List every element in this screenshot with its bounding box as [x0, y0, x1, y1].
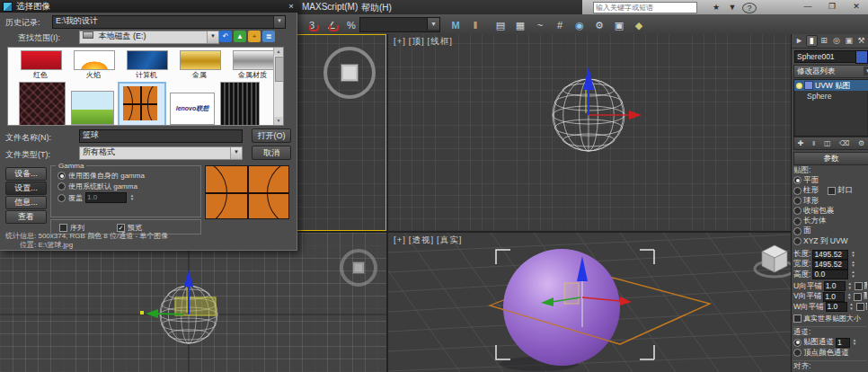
width-spinner[interactable]: ▲▼: [850, 261, 855, 269]
mapping-option-spherical[interactable]: 球形: [793, 196, 867, 206]
viewport-menu-shading[interactable]: [真实]: [437, 235, 462, 244]
make-unique-icon[interactable]: ◫: [824, 139, 831, 147]
show-end-result-icon[interactable]: ‖: [812, 139, 815, 147]
named-selection-set-dropdown[interactable]: ▼: [359, 17, 440, 32]
favorites-icon[interactable]: ★: [710, 2, 722, 13]
viewcube-face[interactable]: [341, 64, 359, 82]
help-icon[interactable]: ?: [742, 3, 757, 13]
width-field[interactable]: 1495.52: [812, 260, 848, 270]
back-icon[interactable]: ↶: [219, 31, 232, 42]
cancel-button[interactable]: 取消: [252, 146, 291, 160]
view-menu-icon[interactable]: ≣: [262, 31, 275, 42]
lookin-dropdown[interactable]: 本地磁盘 (E:) ▼: [79, 31, 219, 44]
cap-checkbox[interactable]: [828, 187, 836, 195]
object-color-swatch[interactable]: [855, 50, 868, 64]
thumbnail-red[interactable]: [21, 50, 62, 70]
stack-item-sphere[interactable]: Sphere: [794, 91, 868, 102]
basketball-texture[interactable]: [123, 86, 157, 120]
viewcube-perspective[interactable]: [755, 245, 791, 277]
radio-icon[interactable]: [58, 194, 66, 202]
viewport-front[interactable]: [0, 233, 386, 372]
dropdown-arrow-icon[interactable]: ▼: [864, 66, 868, 75]
graphite-ribbon-button[interactable]: ▦: [510, 16, 530, 34]
layer-manager-button[interactable]: ▤: [491, 16, 510, 34]
curve-editor-button[interactable]: ~: [530, 16, 550, 34]
move-gizmo-top[interactable]: [583, 66, 642, 120]
u-flip-checkbox[interactable]: [855, 282, 863, 290]
create-tab[interactable]: ►: [793, 35, 805, 47]
viewport-menu-general[interactable]: [+]: [394, 235, 406, 244]
map-channel-spinner[interactable]: ▲▼: [852, 339, 857, 347]
uvw-gizmo-front[interactable]: [175, 297, 216, 315]
length-field[interactable]: 1495.52: [812, 250, 848, 260]
w-tile-spinner[interactable]: ▲▼: [849, 303, 855, 311]
object-name-field[interactable]: Sphere001: [794, 50, 857, 63]
modifier-enabled-icon[interactable]: [796, 83, 802, 89]
modifier-list-dropdown[interactable]: 修改器列表 ▼: [793, 65, 868, 78]
minimize-button[interactable]: —: [798, 1, 818, 13]
pin-stack-icon[interactable]: ✚: [798, 139, 804, 147]
gamma-override-option[interactable]: 覆盖 1.0 ▲▼: [58, 192, 135, 203]
map-channel-field[interactable]: 1: [836, 338, 850, 348]
gamma-override-spinner[interactable]: ▲▼: [129, 194, 135, 202]
gamma-image-option[interactable]: 使用图像自身的 gamma: [58, 171, 145, 181]
mapping-option-shrinkwrap[interactable]: 收缩包裹: [793, 206, 867, 216]
radio-icon[interactable]: [793, 187, 802, 195]
v-tile-spinner[interactable]: ▲▼: [846, 293, 852, 301]
dropdown-arrow-icon[interactable]: ▼: [427, 18, 439, 30]
thumbnail-lenovo[interactable]: lenovo联想: [170, 93, 215, 125]
thumbnail-basketball-selected[interactable]: [118, 82, 166, 126]
info-button[interactable]: 信息...: [5, 196, 47, 209]
viewport-menu-pov[interactable]: [透视]: [409, 235, 434, 244]
display-tab[interactable]: ▣: [843, 35, 855, 47]
view-button[interactable]: 查看: [5, 210, 47, 224]
radio-icon[interactable]: [793, 339, 802, 347]
devices-button[interactable]: 设备...: [5, 167, 47, 181]
viewcube-face[interactable]: [352, 261, 365, 274]
percent-snap-button[interactable]: %: [341, 16, 361, 34]
filename-input[interactable]: 篮球: [79, 129, 243, 143]
angle-snap-button[interactable]: ∠: [322, 16, 341, 34]
maximize-button[interactable]: ❐: [822, 1, 842, 13]
v-tile-field[interactable]: 1.0: [823, 292, 845, 302]
radio-icon[interactable]: [793, 176, 802, 184]
height-field[interactable]: 0.0: [812, 270, 848, 279]
mapping-option-planar[interactable]: 平面: [793, 175, 867, 185]
radio-icon[interactable]: [793, 227, 802, 235]
render-setup-button[interactable]: ⚙: [589, 16, 609, 34]
u-tile-spinner[interactable]: ▲▼: [847, 282, 853, 290]
close-button[interactable]: ✕: [846, 1, 866, 13]
radio-icon[interactable]: [58, 182, 66, 190]
search-input[interactable]: [593, 2, 697, 13]
scroll-down-icon[interactable]: ▼: [274, 117, 283, 125]
viewport-top[interactable]: [+][顶][线框]: [388, 34, 791, 231]
thumbnail-computer[interactable]: [127, 50, 168, 70]
dropdown-arrow-icon[interactable]: ▼: [207, 31, 218, 43]
radio-icon[interactable]: [793, 217, 802, 226]
file-list[interactable]: 红色 火焰 计算机 金属 金属材质 lenovo联想: [7, 47, 284, 126]
v-flip-checkbox[interactable]: [854, 293, 862, 301]
gamma-system-option[interactable]: 使用系统默认 gamma: [58, 182, 137, 191]
length-spinner[interactable]: ▲▼: [850, 251, 855, 259]
file-list-scrollbar[interactable]: ▲ ▼: [273, 48, 283, 125]
thumbnail-flame[interactable]: [74, 50, 115, 70]
dialog-close-icon[interactable]: ×: [286, 1, 297, 12]
modify-tab[interactable]: ▮: [806, 35, 818, 47]
thumbnail-landscape[interactable]: [71, 91, 114, 125]
gamma-override-field[interactable]: 1.0: [85, 192, 127, 203]
mirror-button[interactable]: M: [446, 16, 465, 34]
viewport-perspective[interactable]: [+][透视][真实]: [388, 233, 791, 372]
viewport-label-perspective[interactable]: [+][透视][真实]: [394, 235, 465, 246]
history-dropdown[interactable]: E:\我的设计 ▼: [52, 15, 286, 29]
scroll-up-icon[interactable]: ▲: [274, 48, 283, 56]
thumbnail-tire[interactable]: [220, 82, 260, 126]
u-tile-field[interactable]: 1.0: [824, 281, 846, 291]
mapping-option-box[interactable]: 长方体: [793, 216, 867, 226]
menu-maxscript[interactable]: MAXScript(M): [298, 2, 361, 12]
thumbnail-metal-material[interactable]: [233, 50, 274, 70]
filetype-dropdown[interactable]: 所有格式 ▼: [79, 146, 243, 160]
render-button[interactable]: ◆: [629, 16, 649, 34]
dropdown-arrow-icon[interactable]: ▼: [230, 147, 242, 159]
mapping-option-face[interactable]: 面: [793, 226, 867, 236]
utilities-tab[interactable]: ⚒: [855, 35, 867, 47]
